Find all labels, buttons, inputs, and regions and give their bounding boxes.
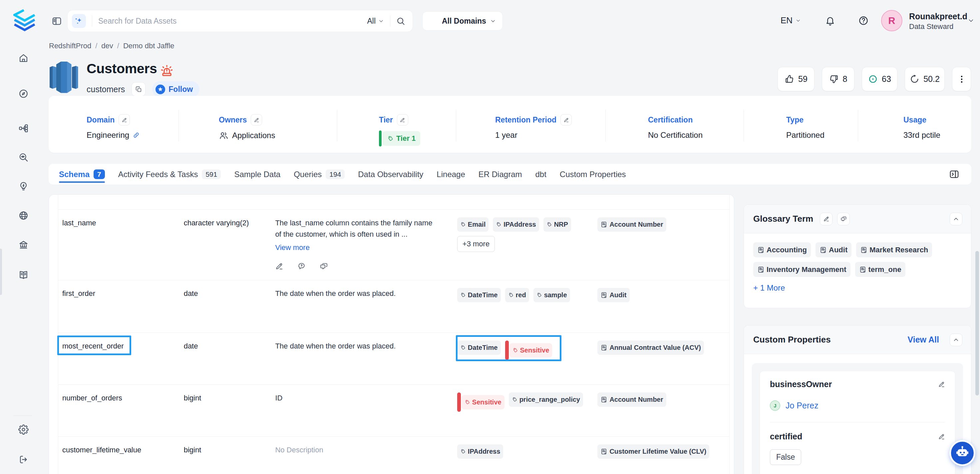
edit-tier-button[interactable] bbox=[397, 114, 408, 126]
follow-button[interactable]: Follow bbox=[152, 81, 199, 97]
glossary-term-account-number[interactable]: Account Number bbox=[597, 393, 666, 407]
sidebar-item-glossary-book[interactable] bbox=[16, 267, 31, 282]
column-name[interactable]: last_name bbox=[62, 219, 96, 227]
tab-lineage[interactable]: Lineage bbox=[437, 164, 465, 185]
glossary-term-customer-lifetime-value-clv-[interactable]: Customer Lifetime Value (CLV) bbox=[597, 444, 709, 459]
language-dropdown[interactable]: EN bbox=[781, 15, 801, 25]
tag-sensitive[interactable]: Sensitive bbox=[461, 395, 504, 409]
user-avatar[interactable]: R bbox=[881, 10, 902, 31]
glossary-term-term-one[interactable]: term_one bbox=[855, 262, 905, 277]
edit-domain-button[interactable] bbox=[119, 114, 130, 126]
tier-tag[interactable]: Tier 1 bbox=[379, 130, 420, 146]
domains-dropdown[interactable]: All Domains bbox=[422, 11, 503, 30]
glossary-request-button[interactable] bbox=[837, 213, 850, 225]
entity-name: customers bbox=[87, 84, 125, 94]
glossary-more-link[interactable]: + 1 More bbox=[753, 283, 785, 293]
tab-er-diagram[interactable]: ER Diagram bbox=[479, 164, 522, 185]
tag-red[interactable]: red bbox=[505, 288, 529, 302]
glossary-term-market-research[interactable]: Market Research bbox=[856, 242, 932, 257]
sidebar-item-flow[interactable] bbox=[16, 121, 31, 135]
tag-email[interactable]: Email bbox=[457, 217, 488, 232]
global-search[interactable]: Search for Data Assets All bbox=[67, 10, 413, 32]
left-sidebar bbox=[0, 0, 47, 474]
tag-sensitive[interactable]: Sensitive bbox=[509, 343, 552, 358]
glossary-term-account-number[interactable]: Account Number bbox=[597, 217, 666, 232]
link-icon[interactable] bbox=[132, 132, 140, 139]
column-tags: IPAddress bbox=[457, 444, 590, 459]
tab-data-observability[interactable]: Data Observability bbox=[358, 164, 423, 185]
sidebar-item-domain-globe[interactable] bbox=[16, 208, 31, 223]
tag-sample[interactable]: sample bbox=[533, 288, 570, 302]
sidebar-item-settings-gear[interactable] bbox=[16, 422, 31, 437]
tab-dbt[interactable]: dbt bbox=[535, 164, 546, 185]
glossary-collapse-button[interactable] bbox=[950, 213, 963, 225]
sidebar-item-home[interactable] bbox=[16, 51, 31, 65]
breadcrumb-item[interactable]: RedshiftProd bbox=[49, 41, 91, 50]
sidebar-item-compass[interactable] bbox=[16, 86, 31, 101]
edit-property-icon[interactable] bbox=[938, 433, 945, 440]
alert-siren-icon[interactable] bbox=[159, 64, 174, 80]
sidebar-item-govern-bank[interactable] bbox=[16, 237, 31, 252]
user-menu[interactable]: Rounakpreet.d Data Steward bbox=[909, 11, 967, 32]
breadcrumb-item[interactable]: dev bbox=[101, 41, 113, 50]
edit-property-icon[interactable] bbox=[938, 381, 945, 388]
custom-properties-collapse-button[interactable] bbox=[950, 334, 963, 346]
tab-sample-data[interactable]: Sample Data bbox=[234, 164, 280, 185]
left-scrollbar[interactable] bbox=[0, 249, 2, 295]
right-scrollbar[interactable] bbox=[975, 251, 979, 396]
collapse-panel-icon[interactable] bbox=[949, 169, 959, 180]
glossary-term-inventory-management[interactable]: Inventory Management bbox=[753, 262, 851, 277]
tag-ipaddress[interactable]: IPAddress bbox=[457, 444, 503, 459]
tab-custom-properties[interactable]: Custom Properties bbox=[560, 164, 626, 185]
glossary-term-annual-contract-value-acv-[interactable]: Annual Contract Value (ACV) bbox=[597, 340, 704, 355]
property-user-link[interactable]: Jo Perez bbox=[786, 401, 818, 410]
tag-price-range-policy[interactable]: price_range_policy bbox=[509, 393, 583, 407]
column-name[interactable]: first_order bbox=[62, 289, 95, 297]
edit-description-icon[interactable] bbox=[275, 262, 283, 270]
search-scope-dropdown[interactable]: All bbox=[367, 17, 384, 25]
user-menu-caret-icon[interactable] bbox=[968, 17, 974, 25]
view-more-link[interactable]: View more bbox=[275, 242, 450, 253]
notifications-bell-icon[interactable] bbox=[825, 15, 835, 27]
tag-nrp[interactable]: NRP bbox=[543, 217, 571, 232]
book-icon bbox=[600, 396, 608, 403]
tag-ipaddress[interactable]: IPAddress bbox=[493, 217, 539, 232]
description-conversation-icon[interactable] bbox=[320, 262, 328, 270]
view-all-link[interactable]: View All bbox=[908, 335, 939, 345]
glossary-edit-button[interactable] bbox=[820, 213, 832, 225]
tab-queries[interactable]: Queries194 bbox=[294, 164, 345, 185]
stat-thumbs-down-button[interactable]: 8 bbox=[822, 67, 854, 91]
help-icon[interactable] bbox=[858, 15, 869, 27]
more-tags-button[interactable]: +3 more bbox=[457, 236, 495, 252]
edit-retention-period-button[interactable] bbox=[560, 114, 572, 126]
tab-schema[interactable]: Schema7 bbox=[59, 164, 105, 185]
breadcrumb-item[interactable]: Demo dbt Jaffle bbox=[123, 41, 175, 50]
column-name[interactable]: customer_lifetime_value bbox=[62, 446, 141, 454]
tag-datetime[interactable]: DateTime bbox=[457, 288, 501, 302]
app-logo[interactable] bbox=[13, 9, 35, 31]
stat-thumbs-up-button[interactable]: 59 bbox=[778, 67, 815, 91]
glossary-term-audit[interactable]: Audit bbox=[597, 288, 629, 302]
table-row-most_recent_order: most_recent_order date The date when the… bbox=[58, 333, 729, 385]
tab-activity-feeds-tasks[interactable]: Activity Feeds & Tasks591 bbox=[118, 164, 221, 185]
glossary-term-audit[interactable]: Audit bbox=[816, 242, 851, 257]
sidebar-item-logout[interactable] bbox=[16, 452, 31, 467]
assistant-bot-button[interactable] bbox=[949, 440, 975, 466]
edit-owners-button[interactable] bbox=[251, 114, 262, 126]
sidebar-toggle-icon[interactable] bbox=[52, 16, 62, 27]
request-description-icon[interactable] bbox=[298, 262, 306, 270]
sidebar-item-observability[interactable] bbox=[16, 150, 31, 164]
stat-target-button[interactable]: 63 bbox=[862, 67, 897, 91]
search-input[interactable]: Search for Data Assets bbox=[98, 17, 367, 25]
tag-datetime[interactable]: DateTime bbox=[457, 340, 501, 355]
sidebar-item-insights[interactable] bbox=[16, 179, 31, 193]
column-name[interactable]: most_recent_order bbox=[62, 342, 124, 350]
copy-name-button[interactable] bbox=[132, 82, 146, 96]
more-actions-button[interactable] bbox=[952, 67, 971, 91]
stat-version-button[interactable]: 50.2 bbox=[905, 67, 945, 91]
glossary-term-accounting[interactable]: Accounting bbox=[753, 242, 811, 257]
column-description: ID bbox=[275, 393, 450, 404]
search-icon[interactable] bbox=[396, 17, 405, 25]
ai-sparkle-icon[interactable] bbox=[72, 14, 86, 28]
column-name[interactable]: number_of_orders bbox=[62, 394, 122, 402]
